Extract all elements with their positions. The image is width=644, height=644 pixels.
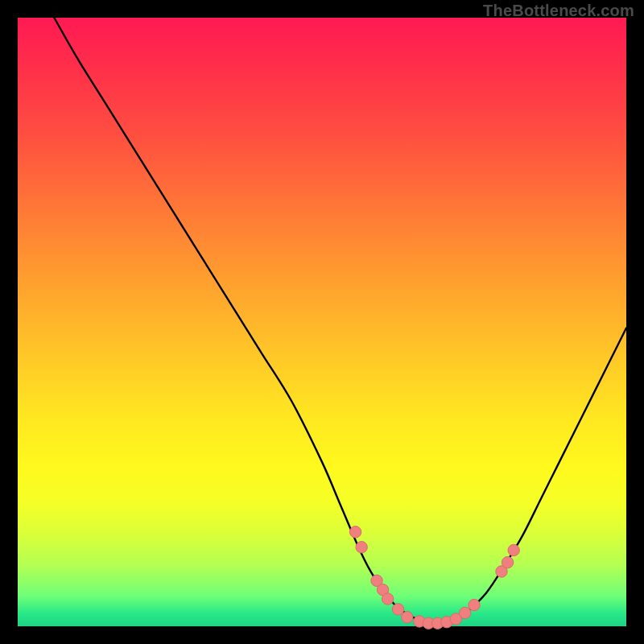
scatter-dot (469, 599, 480, 610)
watermark-text: TheBottleneck.com (483, 2, 634, 20)
scatter-dot (356, 542, 367, 553)
scatter-dot (508, 544, 519, 555)
scatter-dot (382, 593, 393, 605)
scatter-dot (459, 607, 470, 618)
scatter-dot (392, 604, 403, 615)
scatter-dot (402, 611, 413, 622)
scatter-dot (349, 526, 361, 538)
scatter-dots (349, 526, 519, 630)
bottleneck-curve (54, 18, 626, 624)
chart-svg (18, 18, 626, 626)
scatter-dot (502, 556, 513, 568)
